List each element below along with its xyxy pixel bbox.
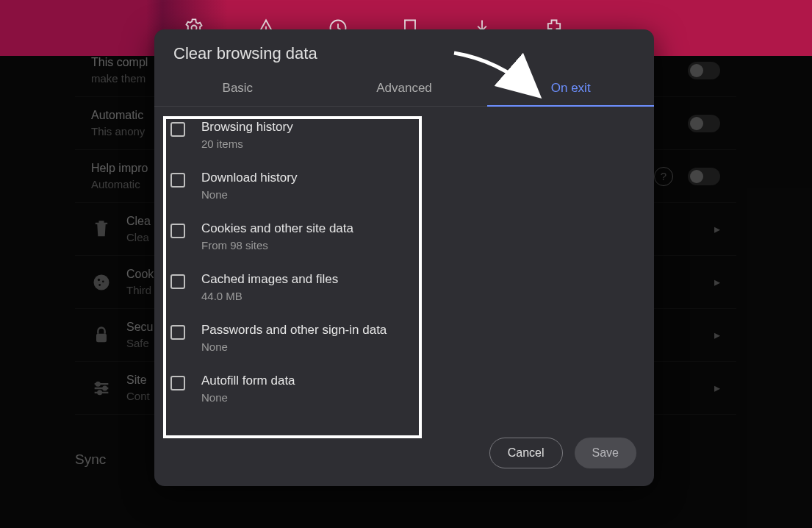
- dialog-body: Browsing history 20 items Download histo…: [154, 107, 654, 424]
- option-label: Passwords and other sign-in data: [201, 323, 387, 338]
- option-detail: From 98 sites: [201, 239, 353, 251]
- option-browsing-history[interactable]: Browsing history 20 items: [162, 110, 647, 160]
- checkbox[interactable]: [170, 224, 185, 238]
- option-label: Cookies and other site data: [201, 221, 353, 236]
- checkbox[interactable]: [170, 274, 185, 289]
- checkbox[interactable]: [170, 173, 185, 188]
- option-passwords[interactable]: Passwords and other sign-in data None: [162, 313, 647, 363]
- option-detail: 20 items: [201, 138, 293, 150]
- option-cached[interactable]: Cached images and files 44.0 MB: [162, 262, 647, 313]
- option-label: Autofill form data: [201, 374, 295, 388]
- dialog-tabs: Basic Advanced On exit: [154, 72, 654, 107]
- option-cookies[interactable]: Cookies and other site data From 98 site…: [162, 211, 647, 262]
- option-label: Cached images and files: [201, 272, 338, 287]
- cancel-button[interactable]: Cancel: [489, 438, 563, 468]
- option-detail: None: [201, 340, 387, 353]
- tab-advanced[interactable]: Advanced: [321, 72, 488, 106]
- options-scroll[interactable]: Browsing history 20 items Download histo…: [154, 107, 654, 424]
- option-site-shields[interactable]: Site and Shields Settings: [162, 414, 647, 424]
- option-download-history[interactable]: Download history None: [162, 160, 647, 211]
- tab-basic[interactable]: Basic: [154, 72, 321, 106]
- option-detail: None: [201, 188, 297, 201]
- checkbox[interactable]: [170, 122, 185, 137]
- option-label: Browsing history: [201, 120, 293, 135]
- option-detail: None: [201, 391, 295, 404]
- checkbox[interactable]: [170, 325, 185, 340]
- option-label: Download history: [201, 171, 297, 185]
- dialog-title: Clear browsing data: [154, 29, 654, 72]
- tab-on-exit[interactable]: On exit: [487, 72, 654, 106]
- save-button[interactable]: Save: [575, 438, 636, 468]
- clear-browsing-data-dialog: Clear browsing data Basic Advanced On ex…: [154, 29, 654, 486]
- option-detail: 44.0 MB: [201, 290, 338, 302]
- option-autofill[interactable]: Autofill form data None: [162, 363, 647, 414]
- dialog-footer: Cancel Save: [154, 424, 654, 486]
- checkbox[interactable]: [170, 376, 185, 390]
